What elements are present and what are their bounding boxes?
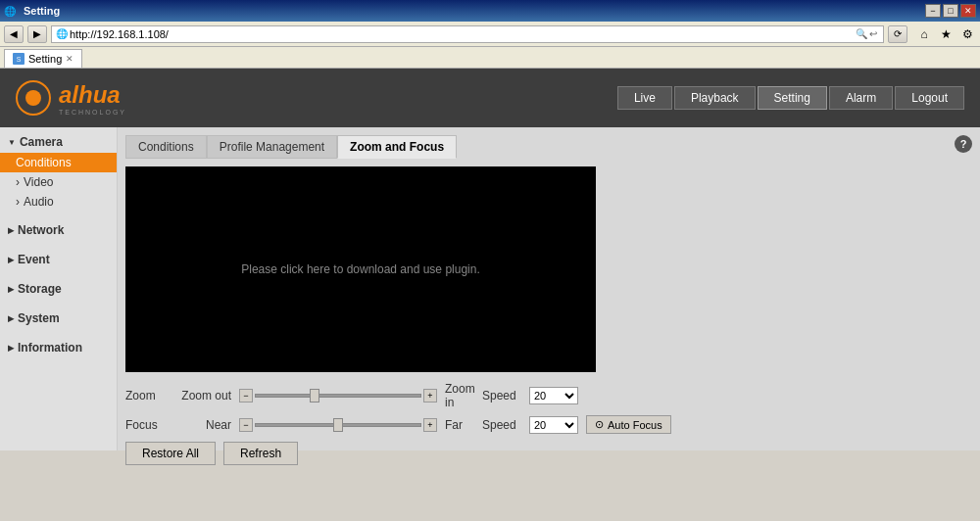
focus-increase-button[interactable]: + <box>423 418 437 432</box>
setting-button[interactable]: Setting <box>758 86 827 110</box>
logo-subtitle: TECHNOLOGY <box>59 109 126 116</box>
zoom-decrease-button[interactable]: − <box>239 389 253 403</box>
sidebar-audio-label: Audio <box>24 195 54 209</box>
app-header: alhua TECHNOLOGY Live Playback Setting A… <box>0 69 980 127</box>
bottom-buttons: Restore All Refresh <box>125 442 972 465</box>
sidebar-item-video[interactable]: ›Video <box>0 172 117 192</box>
zoom-out-label: Zoom out <box>177 389 231 403</box>
information-label: Information <box>18 341 82 355</box>
focus-slider-wrapper: − + <box>239 418 437 432</box>
video-container[interactable]: Please click here to download and use pl… <box>125 166 596 372</box>
tab-conditions[interactable]: Conditions <box>125 135 207 159</box>
refresh-button[interactable]: Refresh <box>223 442 298 465</box>
auto-focus-label: Auto Focus <box>608 419 662 431</box>
help-button[interactable]: ? <box>955 135 972 153</box>
storage-header[interactable]: ▶ Storage <box>0 278 117 300</box>
address-bar: 🌐 🔍 ↩ <box>51 25 884 43</box>
svg-point-1 <box>25 90 41 106</box>
forward-button[interactable]: ▶ <box>27 25 47 43</box>
system-label: System <box>18 311 60 325</box>
logout-button[interactable]: Logout <box>895 86 964 110</box>
focus-speed-label: Speed <box>482 418 521 432</box>
sidebar: ▼ Camera Conditions ›Video ›Audio ▶ Netw… <box>0 127 118 450</box>
tab-profile-management[interactable]: Profile Management <box>207 135 337 159</box>
network-header[interactable]: ▶ Network <box>0 219 117 241</box>
tab-favicon: S <box>13 53 24 65</box>
focus-label: Focus <box>125 418 170 432</box>
network-arrow-icon: ▶ <box>8 226 14 235</box>
logo-area: alhua TECHNOLOGY <box>16 80 126 116</box>
star-icon[interactable]: ★ <box>937 25 955 43</box>
content-tabs: Conditions Profile Management Zoom and F… <box>125 135 972 159</box>
alarm-button[interactable]: Alarm <box>829 86 893 110</box>
sidebar-video-label: Video <box>24 175 53 189</box>
auto-focus-button[interactable]: ⊙ Auto Focus <box>586 415 671 434</box>
information-section: ▶ Information <box>0 333 117 362</box>
live-button[interactable]: Live <box>617 86 672 110</box>
near-label: Near <box>177 418 231 432</box>
sidebar-item-audio[interactable]: ›Audio <box>0 192 117 212</box>
close-button[interactable]: ✕ <box>960 4 976 18</box>
content-area: Conditions Profile Management Zoom and F… <box>118 127 980 450</box>
refresh-button[interactable]: ⟳ <box>888 25 907 43</box>
camera-section: ▼ Camera Conditions ›Video ›Audio <box>0 127 117 215</box>
title-bar-buttons: − □ ✕ <box>925 4 976 18</box>
event-section: ▶ Event <box>0 245 117 274</box>
network-section: ▶ Network <box>0 215 117 245</box>
zoom-slider[interactable] <box>255 394 421 398</box>
focus-speed-select[interactable]: 1 5 10 20 50 <box>529 416 578 434</box>
playback-button[interactable]: Playback <box>674 86 756 110</box>
maximize-button[interactable]: □ <box>943 4 958 18</box>
browser-tab-setting[interactable]: S Setting ✕ <box>4 49 82 68</box>
title-bar-text: Setting <box>24 5 60 17</box>
tab-zoom-focus[interactable]: Zoom and Focus <box>337 135 457 159</box>
storage-label: Storage <box>18 282 62 296</box>
information-header[interactable]: ▶ Information <box>0 337 117 358</box>
title-bar: 🌐 Setting − □ ✕ <box>0 0 980 22</box>
zoom-control-row: Zoom Zoom out − + Zoom in Speed 1 5 10 2… <box>125 382 972 409</box>
tab-bar: S Setting ✕ <box>0 47 980 69</box>
zoom-in-label: Zoom in <box>445 382 474 409</box>
zoom-slider-wrapper: − + <box>239 389 437 403</box>
app-container: alhua TECHNOLOGY Live Playback Setting A… <box>0 69 980 450</box>
address-input[interactable] <box>70 28 856 40</box>
home-icon[interactable]: ⌂ <box>915 25 933 43</box>
focus-decrease-button[interactable]: − <box>239 418 253 432</box>
navigation-bar: ◀ ▶ 🌐 🔍 ↩ ⟳ ⌂ ★ ⚙ <box>0 22 980 47</box>
video-message-text: Please click here to download and use pl… <box>241 262 480 276</box>
main-content: ▼ Camera Conditions ›Video ›Audio ▶ Netw… <box>0 127 980 450</box>
tab-label: Setting <box>28 53 62 65</box>
restore-all-button[interactable]: Restore All <box>125 442 216 465</box>
zoom-increase-button[interactable]: + <box>423 389 437 403</box>
event-header[interactable]: ▶ Event <box>0 249 117 270</box>
back-button[interactable]: ◀ <box>4 25 24 43</box>
system-section: ▶ System <box>0 304 117 333</box>
focus-control-row: Focus Near − + Far Speed 1 5 10 20 50 ⊙ <box>125 415 972 434</box>
tab-close-button[interactable]: ✕ <box>66 54 74 64</box>
information-arrow-icon: ▶ <box>8 344 14 353</box>
logo-text: alhua <box>59 81 121 109</box>
camera-header[interactable]: ▼ Camera <box>0 131 117 153</box>
video-message: Please click here to download and use pl… <box>241 262 480 276</box>
event-label: Event <box>18 253 50 266</box>
zoom-speed-select[interactable]: 1 5 10 20 50 <box>529 387 578 404</box>
event-arrow-icon: ▶ <box>8 256 14 264</box>
system-arrow-icon: ▶ <box>8 314 14 323</box>
storage-arrow-icon: ▶ <box>8 285 14 294</box>
camera-arrow-icon: ▼ <box>8 138 16 147</box>
header-nav: Live Playback Setting Alarm Logout <box>617 86 964 110</box>
logo-icon <box>16 80 51 116</box>
content-tab-wrapper: Conditions Profile Management Zoom and F… <box>125 135 972 159</box>
network-label: Network <box>18 223 64 237</box>
camera-label: Camera <box>20 135 63 149</box>
system-header[interactable]: ▶ System <box>0 308 117 329</box>
far-label: Far <box>445 418 474 432</box>
browser-icon: 🌐 <box>4 6 16 17</box>
settings-icon[interactable]: ⚙ <box>958 25 976 43</box>
sidebar-item-conditions[interactable]: Conditions <box>0 153 117 172</box>
auto-focus-icon: ⊙ <box>595 418 604 431</box>
zoom-speed-label: Speed <box>482 389 521 403</box>
minimize-button[interactable]: − <box>925 4 941 18</box>
focus-slider[interactable] <box>255 423 421 427</box>
zoom-label: Zoom <box>125 389 170 403</box>
